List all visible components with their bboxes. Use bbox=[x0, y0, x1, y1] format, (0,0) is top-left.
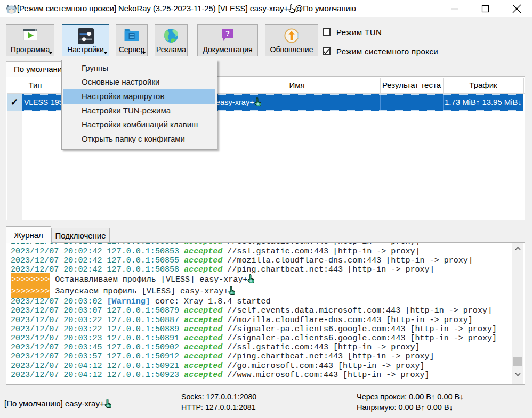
svg-text:?: ? bbox=[225, 29, 230, 37]
